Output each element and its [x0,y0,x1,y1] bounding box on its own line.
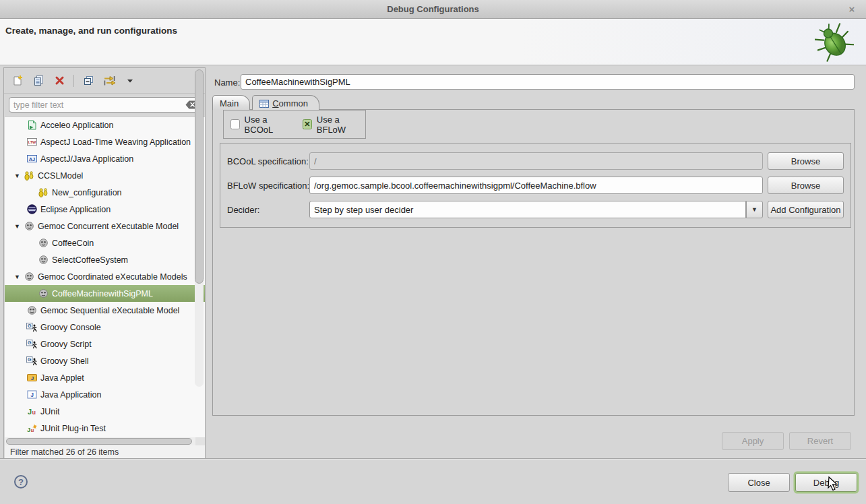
bflow-specification-input[interactable] [309,177,763,194]
tree-item-coffeecoin[interactable]: CoffeeCoin [5,234,205,251]
tree-item-gemoc-sequential-executable-model[interactable]: Gemoc Sequential eXecutable Model [5,302,205,319]
new-configuration-icon [12,75,24,86]
gemoc-icon [26,305,38,315]
checkbox-label: Use a BCOoL [245,115,293,135]
svg-text:LTW: LTW [28,140,36,144]
tree-vertical-scrollbar[interactable] [195,69,204,387]
gemoc-icon [37,288,49,298]
filter-button[interactable] [102,75,116,87]
table-icon [259,100,269,108]
debug-button[interactable]: Debug [795,473,857,492]
tab-main-label: Main [220,98,239,108]
tree-item-groovy-console[interactable]: GGroovy Console [5,319,205,336]
tree-item-junit[interactable]: JuJUnit [5,403,205,420]
tree-item-ccslmodel[interactable]: ▼CCSLModel [5,167,205,184]
tree-item-label: Eclipse Application [40,205,111,214]
svg-text:G: G [27,357,31,362]
checkbox-checked-icon[interactable]: ✕ [303,119,312,129]
junit-plugin-icon: Ju [26,423,38,433]
groovy-icon: G [26,322,38,332]
svg-text:u: u [32,409,36,416]
filter-status-text: Filter matched 26 of 26 items [5,445,205,460]
window-titlebar: Debug Configurations × [0,0,866,19]
tree-item-junit-plug-in-test[interactable]: JuJUnit Plug-in Test [5,420,205,437]
tree-item-label: Acceleo Application [40,121,113,130]
decider-combo[interactable]: Step by step user decider [309,201,746,218]
tree-item-acceleo-application[interactable]: Acceleo Application [5,117,205,133]
tree-item-selectcoffeesystem[interactable]: SelectCoffeeSystem [5,251,205,268]
gemoc-icon [37,238,49,248]
use-a-bcool-checkbox[interactable]: Use a BCOoL [230,115,292,135]
dialog-header-title: Create, manage, and run configurations [5,26,177,36]
junit-icon: Ju [26,406,38,416]
tab-common-label: Common [272,98,308,108]
name-input[interactable] [241,74,855,90]
delete-button[interactable] [53,75,66,87]
expand-arrow-icon[interactable]: ▼ [11,274,23,280]
bcool-specification-input [309,152,763,170]
svg-text:AJ: AJ [28,156,35,162]
tree-item-coffeemachinewithsigpml[interactable]: CoffeeMachinewithSigPML [5,285,205,302]
decider-label: Decider: [227,205,259,215]
tree-horizontal-scrollbar[interactable] [5,437,195,445]
tree-item-groovy-script[interactable]: GGroovy Script [5,336,205,352]
close-button[interactable]: Close [728,473,790,492]
language-usage-group: Use a BCOoL✕Use a BFLoW [223,110,366,139]
menu-arrow-icon [127,78,133,84]
apply-button[interactable]: Apply [722,432,784,450]
tree-item-label: Java Applet [40,373,84,383]
tree-horizontal-scrollbar-thumb[interactable] [6,438,192,445]
svg-text:J: J [30,391,34,398]
bflow-browse-button[interactable]: Browse [768,177,844,194]
svg-text:G: G [27,323,31,328]
tree-item-java-applet[interactable]: JJava Applet [5,369,205,386]
aspectj-java-icon: AJ [26,154,38,164]
groovy-icon: G [26,356,38,366]
tree-item-label: JUnit [40,407,59,416]
tree-item-gemoc-concurrent-executable-model[interactable]: ▼Gemoc Concurrent eXecutable Model [5,218,205,234]
bcool-specification-label: BCOoL specification: [227,156,309,166]
use-a-bflow-checkbox[interactable]: ✕Use a BFLoW [303,115,365,135]
tree-item-label: CoffeeMachinewithSigPML [52,289,153,298]
menu-arrow-button[interactable] [123,75,137,87]
help-button[interactable]: ? [14,475,28,489]
collapse-all-icon [83,75,94,86]
collapse-all-button[interactable] [82,75,95,87]
checkbox-unchecked-icon[interactable] [230,119,240,129]
tree-item-label: Groovy Script [40,340,92,349]
tree-item-eclipse-application[interactable]: Eclipse Application [5,201,205,218]
toolbar-separator [73,75,74,87]
tab-main[interactable]: Main [212,95,250,110]
revert-button[interactable]: Revert [789,432,851,450]
configuration-detail-panel: Name: Main Common Use a BCOoL✕Use a BFLo… [212,65,856,459]
sidebar-toolbar [4,68,205,94]
filter-icon [103,75,116,86]
tree-item-gemoc-coordinated-executable-models[interactable]: ▼Gemoc Coordinated eXecutable Models [5,268,205,285]
expand-arrow-icon[interactable]: ▼ [11,172,23,179]
tree-item-new-configuration[interactable]: New_configuration [5,184,205,201]
tree-item-aspectj-load-time-weaving-application[interactable]: LTWAspectJ Load-Time Weaving Application [5,133,205,150]
tree-item-label: Gemoc Sequential eXecutable Model [40,306,179,315]
tree-item-java-application[interactable]: JJava Application [5,386,205,403]
tree-vertical-scrollbar-thumb[interactable] [195,69,204,284]
tree-item-label: Java Application [40,390,101,400]
filter-input[interactable] [13,100,185,110]
tree-item-label: New_configuration [52,188,122,197]
tree-item-label: AspectJ/Java Application [40,154,133,164]
expand-arrow-icon[interactable]: ▼ [11,223,23,230]
gemoc-icon [23,221,35,231]
tree-item-aspectj-java-application[interactable]: AJAspectJ/Java Application [5,150,205,167]
bcool-specification-row: BCOoL specification: Browse [220,152,850,170]
decider-row: Decider: Step by step user decider ▼ Add… [220,201,850,218]
window-title: Debug Configurations [387,4,479,14]
ltw-icon: LTW [26,137,38,147]
tab-common[interactable]: Common [252,95,319,110]
decider-combo-arrow[interactable]: ▼ [746,201,763,218]
window-close-icon[interactable]: × [846,3,858,15]
duplicate-button[interactable] [32,75,45,87]
bcool-browse-button[interactable]: Browse [768,152,844,170]
name-label: Name: [214,77,240,88]
new-configuration-button[interactable] [11,75,24,87]
tree-item-groovy-shell[interactable]: GGroovy Shell [5,352,205,369]
add-configuration-button[interactable]: Add Configuration [768,201,844,218]
